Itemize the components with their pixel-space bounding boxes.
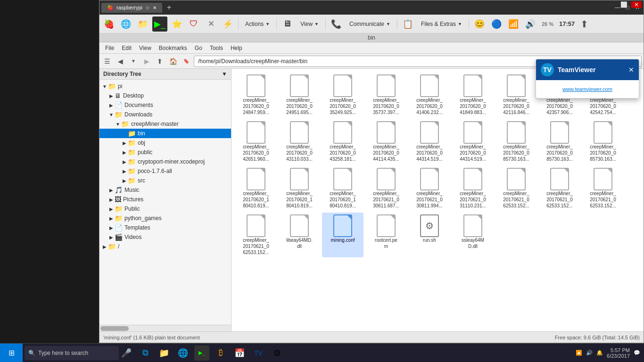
start-button[interactable]: ⊞: [0, 344, 23, 362]
view-button[interactable]: View ▼: [297, 19, 322, 29]
sidebar-hscrollbar[interactable]: [99, 325, 231, 331]
emoji-icon[interactable]: 😊: [472, 16, 487, 32]
sidebar-item-pi[interactable]: ▼ 📁 pi: [99, 82, 231, 91]
sidebar-item-pictures[interactable]: ▶ 🖼 Pictures: [99, 195, 231, 204]
sidebar-toggle-btn[interactable]: ☰: [101, 56, 113, 67]
taskbar-notification-icon[interactable]: 🔼: [576, 350, 582, 356]
sidebar-item-src[interactable]: ▶ 📁 src: [99, 176, 231, 185]
sidebar-item-creepminer[interactable]: ▼ 📁 creepMiner-master: [99, 119, 231, 129]
expand-desktop[interactable]: ▶: [108, 92, 115, 99]
expand-downloads[interactable]: ▼: [108, 111, 115, 118]
file-item[interactable]: creepMiner_20170621_062533.152...: [582, 166, 624, 211]
file-item[interactable]: creepMiner_20170620_043258.181...: [322, 119, 363, 164]
win-restore-btn[interactable]: ⬜: [618, 1, 630, 8]
taskbar-calendar[interactable]: 📅: [232, 346, 247, 361]
expand-cryptoport[interactable]: ▶: [121, 158, 128, 165]
back-btn[interactable]: ◀: [115, 56, 126, 67]
expand-src[interactable]: ▶: [121, 177, 128, 184]
update-icon[interactable]: ⬆: [577, 16, 592, 32]
sidebar-item-documents[interactable]: ▶ 📄 Documents: [99, 100, 231, 110]
sidebar-item-templates[interactable]: ▶ 📄 Templates: [99, 223, 231, 232]
taskbar-bitcoin[interactable]: ₿: [213, 346, 228, 361]
menu-bookmarks[interactable]: Bookmarks: [155, 44, 191, 52]
communicate-button[interactable]: Communicate ▼: [346, 19, 394, 29]
raspberry-toolbar-icon[interactable]: 🍓: [101, 16, 116, 32]
actions-button[interactable]: Actions ▼: [241, 19, 273, 29]
expand-bin[interactable]: [121, 130, 128, 137]
tab-close-button[interactable]: ✕: [153, 5, 157, 10]
file-item[interactable]: creepMiner_20170621_030811.994...: [409, 166, 450, 211]
taskbar-chrome[interactable]: 🌐: [175, 346, 190, 361]
taskbar-terminal[interactable]: ▶_: [194, 346, 209, 361]
file-item[interactable]: creepMiner_20170620_035737.397...: [365, 73, 407, 117]
expand-public2[interactable]: ▶: [108, 206, 115, 212]
files-extras-button[interactable]: Files & Extras ▼: [417, 19, 466, 29]
taskbar-teamviewer[interactable]: TV: [251, 346, 266, 361]
menu-view[interactable]: View: [135, 44, 155, 52]
expand-pi[interactable]: ▼: [101, 83, 108, 90]
wifi-icon[interactable]: 📶: [506, 16, 521, 32]
close-x-icon[interactable]: ✕: [203, 16, 218, 32]
sidebar-item-cryptoport[interactable]: ▶ 📁 cryptoport-miner.xcodeproj: [99, 157, 231, 166]
expand-poco[interactable]: ▶: [121, 168, 128, 174]
taskbar-cortana-icon[interactable]: 🎤: [119, 346, 134, 361]
taskbar-explorer[interactable]: 📁: [157, 346, 172, 361]
taskbar-settings[interactable]: ⚙: [270, 346, 285, 361]
sidebar-item-poco[interactable]: ▶ 📁 poco-1.7.6-all: [99, 166, 231, 176]
forward-btn[interactable]: ▶: [141, 56, 152, 67]
browser-tab[interactable]: 🍓 raspberrypi ☆ ✕: [101, 3, 162, 13]
expand-creepminer[interactable]: ▼: [115, 121, 121, 127]
file-item[interactable]: creepMiner_20170621_030611.687...: [365, 166, 407, 211]
sidebar-item-python-games[interactable]: ▶ 📁 python_games: [99, 214, 231, 223]
file-item-libeay[interactable]: libeay64MD.dll: [279, 213, 320, 257]
file-item[interactable]: creepMiner_20170620_024847.959...: [235, 73, 277, 117]
file-item[interactable]: creepMiner_20170620_085730.163...: [539, 119, 580, 164]
file-item-ssleay[interactable]: ssleay64MD.dll: [452, 213, 494, 257]
antivirus-icon[interactable]: 🛡: [186, 16, 201, 32]
menu-file[interactable]: File: [101, 44, 118, 52]
win-minimize-btn[interactable]: —: [605, 1, 617, 8]
file-item[interactable]: creepMiner_20170621_062533.152...: [235, 213, 277, 257]
menu-tools[interactable]: Tools: [206, 44, 227, 52]
file-item[interactable]: creepMiner_20170620_041849.883...: [452, 73, 494, 117]
file-item-runsh[interactable]: ⚙run.sh: [409, 213, 450, 257]
file-item[interactable]: creepMiner_20170620_180410.819...: [279, 166, 320, 211]
sidebar-hscroll-thumb[interactable]: [100, 326, 129, 331]
sidebar-item-public[interactable]: ▶ 📁 public: [99, 148, 231, 157]
file-item[interactable]: creepMiner_20170620_024951.695...: [279, 73, 320, 117]
file-item[interactable]: creepMiner_20170620_044114.435...: [365, 119, 407, 164]
expand-music[interactable]: ▶: [108, 187, 115, 193]
bluetooth-icon[interactable]: 🔵: [489, 16, 504, 32]
file-item[interactable]: creepMiner_20170620_044314.519...: [409, 119, 450, 164]
new-tab-button[interactable]: +: [163, 3, 175, 12]
sidebar-item-obj[interactable]: ▶ 📁 obj: [99, 138, 231, 148]
file-item[interactable]: creepMiner_20170621_031110.231...: [452, 166, 494, 211]
file-item[interactable]: creepMiner_20170620_035249.925...: [322, 73, 363, 117]
taskbar-volume-icon[interactable]: 🔔: [596, 350, 603, 356]
sidebar-collapse-btn[interactable]: ▼: [222, 71, 227, 77]
bookmark-btn[interactable]: 🔖: [181, 56, 192, 67]
file-item[interactable]: creepMiner_20170620_180410.819...: [235, 166, 277, 211]
taskbar-network-icon[interactable]: 🔊: [586, 350, 593, 356]
file-item[interactable]: creepMiner_20170620_042116.846...: [495, 73, 537, 117]
teamviewer-url[interactable]: www.teamviewer.com: [562, 86, 612, 92]
flash-icon[interactable]: ⚡: [220, 16, 235, 32]
file-item[interactable]: creepMiner_20170620_085730.163...: [582, 119, 624, 164]
home-btn[interactable]: 🏠: [167, 56, 179, 67]
expand-pictures[interactable]: ▶: [108, 196, 115, 203]
win-close-btn[interactable]: ✕: [631, 1, 642, 8]
menu-go[interactable]: Go: [191, 44, 206, 52]
menu-edit[interactable]: Edit: [118, 44, 135, 52]
file-item[interactable]: creepMiner_20170621_062533.152...: [495, 166, 537, 211]
expand-documents[interactable]: ▶: [108, 102, 115, 108]
sidebar-item-videos[interactable]: ▶ 🎬 Videos: [99, 232, 231, 242]
expand-videos[interactable]: ▶: [108, 234, 115, 240]
sidebar-item-desktop[interactable]: ▶ 🖥 Desktop: [99, 91, 231, 100]
star-icon[interactable]: ⭐: [169, 16, 184, 32]
terminal-icon[interactable]: ▶_: [152, 16, 167, 32]
sidebar-item-bin[interactable]: 📁 bin: [99, 129, 231, 138]
teamviewer-close-button[interactable]: ✕: [628, 66, 634, 74]
file-item[interactable]: creepMiner_20170620_044314.519...: [452, 119, 494, 164]
expand-templates[interactable]: ▶: [108, 224, 115, 231]
expand-obj[interactable]: ▶: [121, 140, 128, 146]
